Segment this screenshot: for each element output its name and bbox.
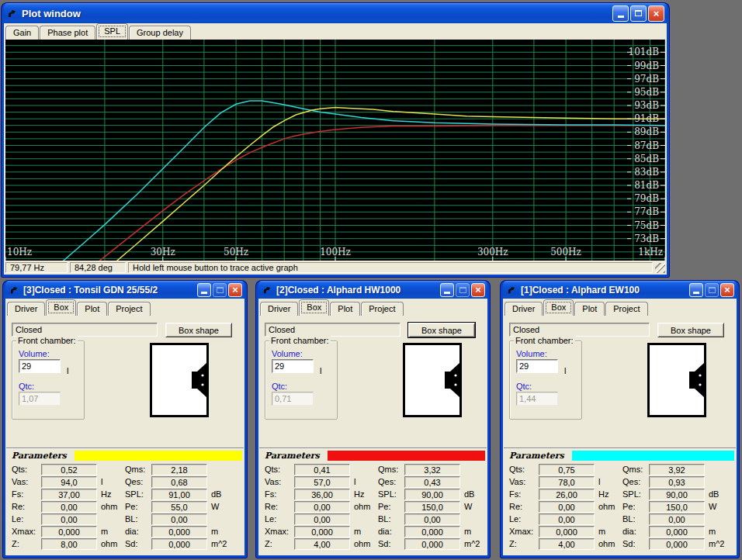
parameter-value: 91,00 (151, 489, 207, 500)
svg-text:83dB: 83dB (634, 167, 659, 178)
parameter-label: Qms: (378, 465, 404, 474)
minimize-button[interactable] (689, 283, 703, 297)
close-button[interactable]: × (648, 5, 664, 22)
parameter-row: Sd:0,000m^2 (125, 538, 241, 550)
box-window-tabstrip: Driver Box Plot Project (258, 299, 487, 316)
parameter-label: Pe: (378, 502, 404, 511)
parameter-value: 94,0 (41, 476, 97, 488)
close-button[interactable]: × (720, 283, 734, 297)
tab-box[interactable]: Box (299, 299, 329, 316)
tab-project[interactable]: Project (605, 302, 647, 316)
parameter-value: 0,000 (404, 526, 460, 538)
minimize-button[interactable] (440, 283, 454, 297)
volume-input[interactable] (272, 359, 314, 373)
minimize-button[interactable] (197, 283, 211, 297)
parameter-label: Z: (265, 539, 294, 548)
parameter-value: 0,00 (539, 513, 595, 525)
parameters-tab[interactable]: Parameters (504, 451, 572, 461)
tab-spl[interactable]: SPL (96, 23, 128, 40)
tab-driver[interactable]: Driver (7, 302, 45, 316)
parameters-tab[interactable]: Parameters (260, 451, 328, 461)
parameter-value: 78,0 (539, 476, 595, 488)
tab-box[interactable]: Box (46, 299, 76, 316)
parameter-value: 0,000 (539, 526, 595, 538)
box-window-tabstrip: Driver Box Plot Project (503, 299, 737, 316)
parameter-row: dia:0,000m (125, 525, 241, 538)
box-shape-button[interactable]: Box shape (165, 323, 232, 337)
box-window-1: [1]Closed : Alphard EW100 × Driver Box P… (501, 281, 739, 558)
tab-project[interactable]: Project (108, 302, 150, 316)
tab-plot[interactable]: Plot (574, 302, 605, 316)
parameter-row: Fs:26,00Hz (509, 488, 622, 500)
title-bar[interactable]: [2]Closed : Alphard HW1000 × (258, 281, 487, 299)
front-chamber-legend: Front chamber: (16, 336, 78, 345)
parameters-tab[interactable]: Parameters (7, 451, 75, 461)
box-shape-button[interactable]: Box shape (657, 323, 724, 337)
parameter-value: 0,00 (294, 513, 350, 525)
tab-phase-plot[interactable]: Phase plot (40, 26, 95, 40)
tab-plot[interactable]: Plot (330, 302, 360, 316)
parameter-row: Sd:0,000m^2 (622, 538, 733, 550)
tab-driver[interactable]: Driver (504, 302, 543, 316)
title-bar[interactable]: [1]Closed : Alphard EW100 × (503, 281, 737, 299)
maximize-button[interactable] (456, 283, 470, 297)
tab-gain[interactable]: Gain (5, 26, 39, 40)
parameter-label: Vas: (12, 477, 41, 486)
parameter-value: 90,00 (404, 489, 460, 500)
window-title: [2]Closed : Alphard HW1000 (276, 285, 435, 296)
parameter-unit: Hz (101, 489, 111, 499)
enclosure-type-field[interactable]: Closed (265, 323, 400, 337)
parameter-value: 0,00 (41, 501, 97, 513)
box-shape-button[interactable]: Box shape (408, 323, 475, 337)
window-title: [1]Closed : Alphard EW100 (521, 285, 685, 296)
tab-project[interactable]: Project (361, 302, 403, 316)
parameter-row: Qts:0,75 (509, 463, 622, 475)
maximize-button[interactable] (213, 283, 227, 297)
title-bar[interactable]: [3]Closed : Tonsil GDN 25/55/2 × (5, 281, 244, 299)
parameter-label: Xmax: (12, 527, 41, 536)
enclosure-type-field[interactable]: Closed (12, 323, 158, 337)
box-window-tabstrip: Driver Box Plot Project (5, 299, 244, 316)
svg-text:1kHz: 1kHz (638, 247, 663, 258)
parameter-value: 0,68 (151, 476, 207, 488)
maximize-button[interactable] (705, 283, 719, 297)
parameter-row: SPL:91,00dB (125, 488, 241, 500)
parameter-row: Xmax:0,000m (12, 525, 125, 538)
tab-group-delay[interactable]: Group delay (129, 26, 191, 40)
tab-box[interactable]: Box (543, 299, 574, 316)
maximize-button[interactable] (630, 5, 647, 22)
parameter-unit: m (101, 527, 108, 536)
volume-input[interactable] (19, 359, 61, 373)
parameter-unit: W (464, 502, 472, 511)
tab-driver[interactable]: Driver (260, 302, 298, 316)
svg-text:97dB: 97dB (634, 74, 659, 85)
parameter-row: dia:0,000m (622, 525, 733, 538)
parameter-row: Z:4,00ohm (509, 538, 622, 550)
parameter-label: Pe: (622, 502, 649, 511)
parameter-unit: dB (464, 489, 474, 499)
parameter-label: Qes: (622, 477, 649, 486)
qtc-input (516, 392, 558, 406)
plot-window-title-bar[interactable]: Plot window × (4, 3, 667, 23)
resize-grip[interactable] (655, 263, 665, 273)
parameter-row: Re:0,00ohm (265, 500, 378, 513)
parameter-row: Z:4,00ohm (265, 538, 378, 550)
close-button[interactable]: × (228, 283, 242, 297)
minimize-button[interactable] (612, 5, 629, 22)
parameter-row: Qms:3,32 (378, 463, 484, 475)
parameter-value: 150,0 (404, 501, 460, 513)
tab-plot[interactable]: Plot (77, 302, 107, 316)
svg-text:500Hz: 500Hz (550, 247, 581, 258)
parameter-value: 0,43 (404, 476, 460, 488)
svg-text:100Hz: 100Hz (320, 247, 351, 258)
spl-plot-svg[interactable]: 101dB99dB97dB95dB93dB91dB89dB87dB85dB83d… (5, 40, 665, 261)
enclosure-type-field[interactable]: Closed (509, 323, 650, 337)
app-icon (8, 284, 20, 296)
parameter-unit: ohm (598, 539, 615, 548)
parameter-label: Qes: (378, 477, 404, 486)
volume-input[interactable] (516, 359, 558, 373)
front-chamber-group: Front chamber: Volume: l Qtc: (509, 340, 582, 420)
parameter-row: BL:0,00 (125, 513, 241, 525)
close-button[interactable]: × (471, 283, 485, 297)
app-icon (6, 7, 19, 19)
